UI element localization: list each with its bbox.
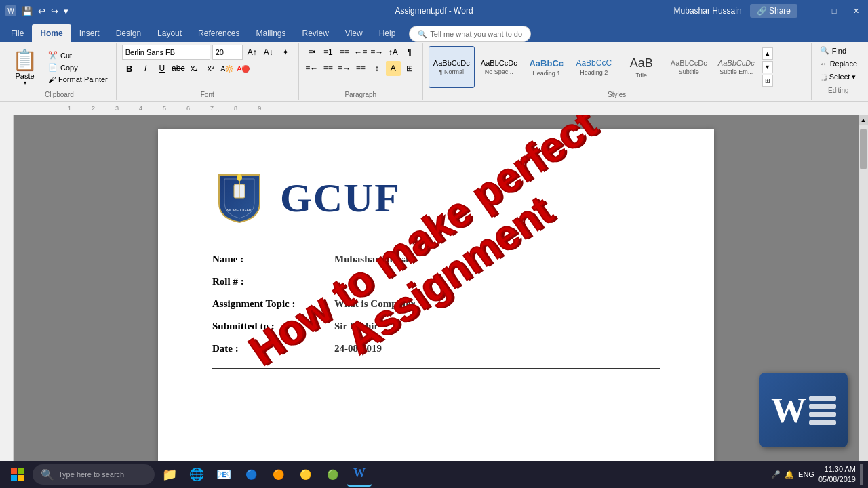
scrollbar-vertical[interactable]: ▲ [859, 115, 868, 481]
show-marks-btn[interactable]: ¶ [402, 45, 417, 60]
tab-review[interactable]: Review [294, 24, 336, 42]
subscript-btn[interactable]: x₂ [187, 61, 202, 76]
select-btn[interactable]: ⬚ Select ▾ [817, 71, 860, 83]
ribbon: 📋 Paste ▾ ✂️ Cut 📄 Copy 🖌 Format Painter [0, 42, 868, 102]
tab-design[interactable]: Design [108, 24, 149, 42]
style-subtitle[interactable]: AaBbCcDc Subtitle [666, 46, 712, 88]
undo-qat-btn[interactable]: ↩ [37, 5, 47, 18]
doc-field-name: Name : Mubashar Hussain [212, 253, 660, 265]
paragraph-group: ≡• ≡1 ≡≡ ←≡ ≡→ ↕A ¶ ≡← ≡≡ ≡→ ≡≡ ↕ A ⊞ Pa… [299, 43, 423, 100]
field-value-name: Mubashar Hussain [334, 253, 417, 265]
taskbar-word[interactable]: W [347, 462, 372, 487]
shading-btn[interactable]: A [386, 61, 401, 76]
maximize-btn[interactable]: □ [827, 4, 841, 18]
font-color-btn[interactable]: A🔴 [236, 61, 251, 76]
taskbar-search[interactable]: 🔍 Type here to search [33, 464, 155, 485]
styles-scroll-up[interactable]: ▲ [762, 47, 773, 60]
svg-text:MORE LIGHT: MORE LIGHT [226, 208, 252, 212]
style-subtitle-preview: AaBbCcDc [671, 59, 707, 67]
copy-button[interactable]: 📄 Copy [45, 62, 111, 73]
minimize-btn[interactable]: — [806, 4, 819, 18]
decrease-indent-btn[interactable]: ←≡ [353, 45, 368, 60]
cut-button[interactable]: ✂️ Cut [45, 49, 111, 61]
tab-insert[interactable]: Insert [71, 24, 108, 42]
scroll-thumb[interactable] [860, 129, 867, 169]
styles-more-btn[interactable]: ⊞ [762, 75, 773, 87]
style-h1-preview: AaBbCc [529, 58, 564, 68]
line-spacing-btn[interactable]: ↕ [370, 61, 384, 76]
doc-container[interactable]: MORE LIGHT GCUF How to make perfect Assi… [14, 115, 859, 481]
format-painter-icon: 🖌 [48, 75, 56, 83]
taskbar-browser[interactable]: 🌐 [184, 462, 209, 487]
share-btn[interactable]: 🔗 Share [750, 4, 797, 18]
superscript-btn[interactable]: x² [203, 61, 218, 76]
find-btn[interactable]: 🔍 Find [817, 45, 860, 56]
tab-view[interactable]: View [337, 24, 371, 42]
grow-font-btn[interactable]: A↑ [245, 45, 260, 60]
align-right-btn[interactable]: ≡→ [337, 61, 352, 76]
replace-btn[interactable]: ↔ Replace [817, 58, 860, 69]
font-name-input[interactable] [122, 45, 210, 60]
align-center-btn[interactable]: ≡≡ [321, 61, 336, 76]
taskbar-show-desktop[interactable] [860, 464, 863, 485]
style-no-spacing-label: No Spac... [485, 68, 513, 75]
align-left-btn[interactable]: ≡← [304, 61, 319, 76]
tab-references[interactable]: References [190, 24, 248, 42]
qat-dropdown-btn[interactable]: ▾ [62, 5, 70, 18]
style-subtle-em[interactable]: AaBbCcDc Subtle Em... [713, 46, 760, 88]
increase-indent-btn[interactable]: ≡→ [370, 45, 384, 60]
numbering-btn[interactable]: ≡1 [321, 45, 336, 60]
style-subtle-em-label: Subtle Em... [719, 68, 753, 75]
taskbar-mic-icon[interactable]: 🎤 [771, 470, 781, 479]
cut-label: Cut [60, 52, 72, 60]
taskbar-mail[interactable]: 📧 [212, 462, 236, 487]
taskbar-notification-icon[interactable]: 🔔 [785, 470, 794, 479]
tell-me-input[interactable]: 🔍 Tell me what you want to do [409, 26, 531, 42]
font-size-input[interactable] [212, 45, 243, 60]
tab-mailings[interactable]: Mailings [248, 24, 294, 42]
style-normal[interactable]: AaBbCcDc ¶ Normal [429, 46, 475, 88]
taskbar-file-explorer[interactable]: 📁 [157, 462, 182, 487]
paste-button[interactable]: 📋 Paste ▾ [8, 47, 41, 87]
start-button[interactable] [5, 462, 30, 487]
borders-btn[interactable]: ⊞ [402, 61, 417, 76]
format-painter-button[interactable]: 🖌 Format Painter [45, 74, 111, 85]
style-normal-label: ¶ Normal [439, 68, 464, 75]
bold-btn[interactable]: B [122, 61, 137, 76]
taskbar-app2[interactable]: 🟠 [266, 462, 290, 487]
underline-btn[interactable]: U [155, 61, 170, 76]
multilevel-btn[interactable]: ≡≡ [337, 45, 352, 60]
quick-access-toolbar: 💾 ↩ ↪ ▾ [20, 5, 70, 18]
taskbar-app4[interactable]: 🟢 [320, 462, 344, 487]
style-heading1[interactable]: AaBbCc Heading 1 [524, 46, 570, 88]
style-heading2[interactable]: AaBbCcC Heading 2 [571, 46, 617, 88]
style-subtitle-label: Subtitle [679, 68, 699, 75]
save-qat-btn[interactable]: 💾 [20, 5, 34, 18]
field-label-topic: Assignment Topic : [212, 298, 334, 310]
taskbar-app1[interactable]: 🔵 [239, 462, 263, 487]
style-title[interactable]: AaB Title [618, 46, 665, 88]
styles-group: AaBbCcDc ¶ Normal AaBbCcDc No Spac... Aa… [423, 43, 812, 100]
redo-qat-btn[interactable]: ↪ [50, 5, 60, 18]
tab-layout[interactable]: Layout [149, 24, 190, 42]
shrink-font-btn[interactable]: A↓ [261, 45, 276, 60]
word-logo-background: W [760, 373, 848, 447]
tab-help[interactable]: Help [371, 24, 404, 42]
style-title-preview: AaB [630, 56, 653, 70]
strikethrough-btn[interactable]: abc [171, 61, 186, 76]
taskbar-app3[interactable]: 🟡 [293, 462, 317, 487]
bullets-btn[interactable]: ≡• [304, 45, 319, 60]
sort-btn[interactable]: ↕A [386, 45, 401, 60]
style-no-spacing[interactable]: AaBbCcDc No Spac... [476, 46, 522, 88]
clear-format-btn[interactable]: ✦ [278, 45, 293, 60]
styles-scroll-down[interactable]: ▼ [762, 61, 773, 73]
justify-btn[interactable]: ≡≡ [353, 61, 368, 76]
text-highlight-btn[interactable]: A🔆 [220, 61, 235, 76]
close-btn[interactable]: ✕ [849, 4, 863, 18]
svg-rect-5 [11, 468, 17, 474]
italic-btn[interactable]: I [138, 61, 153, 76]
tab-file[interactable]: File [3, 24, 32, 42]
style-normal-preview: AaBbCcDc [433, 59, 470, 67]
tab-home[interactable]: Home [32, 24, 71, 42]
styles-gallery: AaBbCcDc ¶ Normal AaBbCcDc No Spac... Aa… [429, 46, 760, 88]
